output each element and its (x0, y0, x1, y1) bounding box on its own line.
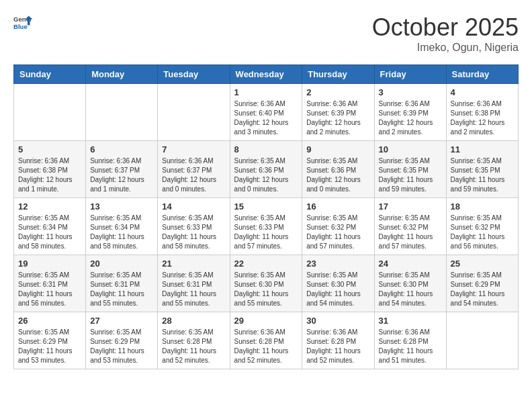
day-number: 11 (451, 144, 514, 154)
col-header-thursday: Thursday (302, 65, 374, 84)
calendar-cell: 9Sunrise: 6:35 AM Sunset: 6:36 PM Daylig… (302, 141, 374, 198)
day-number: 5 (18, 144, 81, 154)
col-header-friday: Friday (374, 65, 446, 84)
calendar-week-2: 5Sunrise: 6:36 AM Sunset: 6:38 PM Daylig… (14, 141, 519, 198)
calendar-cell (14, 84, 86, 141)
calendar-cell: 3Sunrise: 6:36 AM Sunset: 6:39 PM Daylig… (374, 84, 446, 141)
day-info: Sunrise: 6:35 AM Sunset: 6:31 PM Dayligh… (90, 271, 153, 308)
calendar-cell: 22Sunrise: 6:35 AM Sunset: 6:30 PM Dayli… (230, 255, 302, 312)
svg-text:Blue: Blue (13, 23, 28, 30)
day-info: Sunrise: 6:35 AM Sunset: 6:33 PM Dayligh… (162, 214, 225, 251)
calendar-cell (86, 84, 158, 141)
day-number: 17 (379, 201, 442, 212)
col-header-tuesday: Tuesday (158, 65, 230, 84)
calendar-cell: 17Sunrise: 6:35 AM Sunset: 6:32 PM Dayli… (374, 198, 446, 255)
day-number: 26 (18, 316, 81, 326)
day-number: 2 (306, 87, 369, 97)
day-number: 25 (451, 259, 514, 269)
calendar-cell: 7Sunrise: 6:36 AM Sunset: 6:37 PM Daylig… (158, 141, 230, 198)
calendar-cell (446, 312, 518, 369)
day-info: Sunrise: 6:35 AM Sunset: 6:29 PM Dayligh… (18, 328, 81, 365)
day-info: Sunrise: 6:35 AM Sunset: 6:35 PM Dayligh… (451, 156, 514, 194)
calendar-cell: 18Sunrise: 6:35 AM Sunset: 6:32 PM Dayli… (446, 198, 518, 255)
day-number: 12 (18, 201, 81, 212)
day-number: 31 (379, 316, 442, 326)
day-info: Sunrise: 6:36 AM Sunset: 6:28 PM Dayligh… (306, 328, 369, 365)
col-header-saturday: Saturday (446, 65, 518, 84)
day-number: 9 (306, 144, 369, 154)
calendar-cell: 25Sunrise: 6:35 AM Sunset: 6:29 PM Dayli… (446, 255, 518, 312)
calendar-cell: 16Sunrise: 6:35 AM Sunset: 6:32 PM Dayli… (302, 198, 374, 255)
day-number: 8 (234, 144, 298, 154)
day-info: Sunrise: 6:35 AM Sunset: 6:29 PM Dayligh… (90, 328, 153, 365)
day-info: Sunrise: 6:35 AM Sunset: 6:36 PM Dayligh… (234, 156, 298, 194)
day-number: 7 (162, 144, 225, 154)
day-info: Sunrise: 6:35 AM Sunset: 6:32 PM Dayligh… (451, 214, 514, 251)
calendar-cell: 10Sunrise: 6:35 AM Sunset: 6:35 PM Dayli… (374, 141, 446, 198)
calendar-cell: 11Sunrise: 6:35 AM Sunset: 6:35 PM Dayli… (446, 141, 518, 198)
calendar-header-row: SundayMondayTuesdayWednesdayThursdayFrid… (14, 65, 519, 84)
day-number: 3 (379, 87, 442, 97)
calendar-week-5: 26Sunrise: 6:35 AM Sunset: 6:29 PM Dayli… (14, 312, 519, 369)
day-number: 15 (234, 201, 298, 212)
day-info: Sunrise: 6:35 AM Sunset: 6:34 PM Dayligh… (18, 214, 81, 251)
day-info: Sunrise: 6:35 AM Sunset: 6:32 PM Dayligh… (306, 214, 369, 251)
calendar-cell: 12Sunrise: 6:35 AM Sunset: 6:34 PM Dayli… (14, 198, 86, 255)
calendar-cell: 5Sunrise: 6:36 AM Sunset: 6:38 PM Daylig… (14, 141, 86, 198)
day-info: Sunrise: 6:35 AM Sunset: 6:28 PM Dayligh… (162, 328, 225, 365)
day-number: 27 (90, 316, 153, 326)
calendar-week-3: 12Sunrise: 6:35 AM Sunset: 6:34 PM Dayli… (14, 198, 519, 255)
day-number: 10 (379, 144, 442, 154)
day-number: 22 (234, 259, 298, 269)
day-number: 19 (18, 259, 81, 269)
day-number: 14 (162, 201, 225, 212)
day-info: Sunrise: 6:36 AM Sunset: 6:28 PM Dayligh… (234, 328, 298, 365)
logo: General Blue (13, 13, 32, 32)
calendar-cell: 24Sunrise: 6:35 AM Sunset: 6:30 PM Dayli… (374, 255, 446, 312)
calendar-table: SundayMondayTuesdayWednesdayThursdayFrid… (13, 64, 519, 369)
day-number: 29 (234, 316, 298, 326)
calendar-week-4: 19Sunrise: 6:35 AM Sunset: 6:31 PM Dayli… (14, 255, 519, 312)
calendar-cell: 31Sunrise: 6:36 AM Sunset: 6:28 PM Dayli… (374, 312, 446, 369)
day-number: 6 (90, 144, 153, 154)
day-info: Sunrise: 6:36 AM Sunset: 6:38 PM Dayligh… (451, 99, 514, 137)
calendar-cell: 4Sunrise: 6:36 AM Sunset: 6:38 PM Daylig… (446, 84, 518, 141)
calendar-cell: 19Sunrise: 6:35 AM Sunset: 6:31 PM Dayli… (14, 255, 86, 312)
calendar-cell: 20Sunrise: 6:35 AM Sunset: 6:31 PM Dayli… (86, 255, 158, 312)
day-number: 13 (90, 201, 153, 212)
calendar-cell: 30Sunrise: 6:36 AM Sunset: 6:28 PM Dayli… (302, 312, 374, 369)
day-number: 20 (90, 259, 153, 269)
day-info: Sunrise: 6:35 AM Sunset: 6:34 PM Dayligh… (90, 214, 153, 251)
day-info: Sunrise: 6:35 AM Sunset: 6:32 PM Dayligh… (379, 214, 442, 251)
calendar-cell: 29Sunrise: 6:36 AM Sunset: 6:28 PM Dayli… (230, 312, 302, 369)
day-info: Sunrise: 6:36 AM Sunset: 6:39 PM Dayligh… (379, 99, 442, 137)
col-header-wednesday: Wednesday (230, 65, 302, 84)
day-number: 28 (162, 316, 225, 326)
day-info: Sunrise: 6:35 AM Sunset: 6:29 PM Dayligh… (451, 271, 514, 308)
title-block: October 2025 Imeko, Ogun, Nigeria (372, 13, 519, 54)
day-info: Sunrise: 6:35 AM Sunset: 6:30 PM Dayligh… (234, 271, 298, 308)
calendar-week-1: 1Sunrise: 6:36 AM Sunset: 6:40 PM Daylig… (14, 84, 519, 141)
day-info: Sunrise: 6:35 AM Sunset: 6:30 PM Dayligh… (379, 271, 442, 308)
calendar-cell: 14Sunrise: 6:35 AM Sunset: 6:33 PM Dayli… (158, 198, 230, 255)
day-info: Sunrise: 6:35 AM Sunset: 6:31 PM Dayligh… (162, 271, 225, 308)
day-number: 4 (451, 87, 514, 97)
day-info: Sunrise: 6:35 AM Sunset: 6:36 PM Dayligh… (306, 156, 369, 194)
day-number: 23 (306, 259, 369, 269)
day-number: 24 (379, 259, 442, 269)
calendar-cell: 13Sunrise: 6:35 AM Sunset: 6:34 PM Dayli… (86, 198, 158, 255)
calendar-cell: 6Sunrise: 6:36 AM Sunset: 6:37 PM Daylig… (86, 141, 158, 198)
day-info: Sunrise: 6:35 AM Sunset: 6:30 PM Dayligh… (306, 271, 369, 308)
day-number: 1 (234, 87, 298, 97)
day-info: Sunrise: 6:36 AM Sunset: 6:38 PM Dayligh… (18, 156, 81, 194)
col-header-sunday: Sunday (14, 65, 86, 84)
calendar-cell: 8Sunrise: 6:35 AM Sunset: 6:36 PM Daylig… (230, 141, 302, 198)
day-info: Sunrise: 6:36 AM Sunset: 6:37 PM Dayligh… (162, 156, 225, 194)
day-number: 18 (451, 201, 514, 212)
day-number: 21 (162, 259, 225, 269)
month-title: October 2025 (372, 13, 519, 42)
calendar-cell: 21Sunrise: 6:35 AM Sunset: 6:31 PM Dayli… (158, 255, 230, 312)
day-info: Sunrise: 6:35 AM Sunset: 6:35 PM Dayligh… (379, 156, 442, 194)
day-info: Sunrise: 6:35 AM Sunset: 6:33 PM Dayligh… (234, 214, 298, 251)
page-header: General Blue October 2025 Imeko, Ogun, N… (13, 13, 519, 54)
